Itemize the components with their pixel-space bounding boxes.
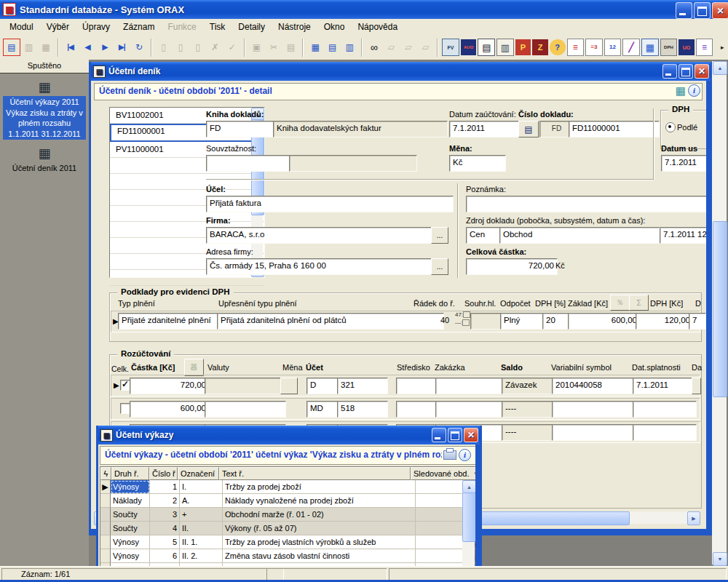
zdroj-datum-field[interactable]: 7.1.2011 12 [660, 227, 706, 244]
menu-upravy[interactable]: Úpravy [76, 20, 116, 35]
cut-icon[interactable]: ✂ [266, 39, 282, 55]
previous-record-icon[interactable]: ◀ [79, 39, 95, 55]
reports-window-titlebar[interactable]: ▦ Účetní výkazy [98, 426, 480, 445]
menu-modul[interactable]: Modul [3, 20, 40, 35]
auto-operations-icon[interactable]: AUO [461, 39, 477, 55]
zdroj-subsystem-field[interactable]: Obchod [499, 227, 660, 244]
cell-oznaceni[interactable]: II. 2. [180, 549, 223, 563]
report-row[interactable]: Výnosy6II. 2.Změna stavu zásob vlastní č… [100, 549, 475, 563]
md-d-field[interactable]: D [306, 378, 339, 394]
tile-horizontal-icon[interactable]: ▤ [325, 39, 341, 55]
stredisko-field[interactable] [396, 378, 440, 394]
reports-close-button[interactable] [464, 428, 478, 442]
app-close-button[interactable] [712, 2, 728, 19]
ucet-field[interactable]: 518 [337, 401, 388, 418]
search-next-icon[interactable]: ▱ [384, 39, 400, 55]
sidebar-item-ucetni-vykazy[interactable]: ▦Účetní výkazy 2011 Výkaz zisku a ztráty… [0, 81, 89, 140]
column-header-cislo[interactable]: Číslo ř [149, 467, 178, 480]
print-icon[interactable] [443, 450, 456, 460]
adresa-lookup-button[interactable]: ... [431, 258, 448, 275]
scrollbar-thumb[interactable] [713, 221, 727, 397]
book-icon[interactable]: ▤ [518, 121, 539, 137]
export-grid-icon[interactable]: ▦ [38, 39, 54, 55]
md-d-field[interactable]: MD [306, 401, 339, 418]
calc-base-icon[interactable]: ％ [610, 295, 630, 311]
tile-vertical-icon[interactable]: ▥ [341, 39, 357, 55]
souvztaznost-field[interactable] [206, 155, 290, 172]
castka-field[interactable]: 720,00 [130, 378, 210, 394]
search-icon[interactable]: ∞ [366, 39, 382, 55]
mena-field[interactable]: Kč [449, 155, 506, 172]
cell-cislo[interactable]: 6 [150, 549, 180, 563]
cell-text[interactable]: Tržby za prodej vlastních výrobků a služ… [223, 535, 416, 549]
celkova-castka-field[interactable]: 720,00 [466, 258, 558, 275]
post-record-icon[interactable]: ✓ [224, 39, 240, 55]
cell-cislo[interactable]: 3 [150, 508, 180, 522]
menu-detaily[interactable]: Detaily [232, 20, 272, 35]
sidebar-item-ucetni-denik[interactable]: ▦Účetní deník 2011 [0, 147, 89, 175]
menu-okno[interactable]: Okno [317, 20, 352, 35]
journal-minimize-button[interactable] [662, 64, 677, 79]
print-icon[interactable]: ▤ [4, 39, 20, 55]
upresneni-field[interactable]: Přijatá zdanitelná plnění od plátců [217, 313, 444, 330]
scroll-up-icon[interactable]: ▲ [713, 61, 727, 75]
toolbar-overflow-icon[interactable]: ▸ [714, 39, 728, 55]
uo-icon[interactable]: UO [678, 39, 695, 55]
journal-icon[interactable]: ▤ [478, 39, 495, 56]
journal-close-button[interactable] [695, 64, 709, 79]
report-row[interactable]: ▶Výnosy1I.Tržby za prodej zboží0,00 [100, 480, 475, 494]
menu-nastroje[interactable]: Nástroje [272, 20, 317, 35]
paste-icon[interactable]: ▤ [283, 39, 299, 55]
payments-icon[interactable]: P [515, 39, 531, 55]
dph-kc-field[interactable]: 120,00 [636, 313, 694, 330]
column-header-oznaceni[interactable]: Označení [178, 467, 219, 480]
variabilni-symbol-field[interactable] [552, 401, 638, 418]
column-header-sledovane[interactable]: Sledované obd. [411, 467, 475, 480]
cell-oznaceni[interactable]: I. [180, 480, 223, 494]
table-grid-icon[interactable]: ▦ [641, 39, 659, 56]
column-header-druh[interactable]: Druh ř. [111, 467, 149, 480]
cell-text[interactable]: Výkony (ř. 05 až 07) [223, 522, 416, 535]
reports-minimize-button[interactable] [432, 428, 446, 442]
cell-cislo[interactable]: 5 [150, 535, 180, 549]
duplicate-record-icon[interactable]: ▯ [190, 39, 206, 55]
cell-druh[interactable]: Výnosy [111, 535, 150, 549]
app-minimize-button[interactable] [676, 2, 692, 19]
cell-druh[interactable]: Výnosy [111, 480, 150, 494]
kniha-code-field[interactable]: FD [206, 121, 277, 137]
document-search-icon[interactable]: ▥ [496, 39, 514, 56]
next-record-icon[interactable]: ▶ [97, 39, 113, 55]
list-detail-icon[interactable]: ≡ [567, 39, 585, 56]
variabilni-symbol-field[interactable]: 2010440058 [552, 378, 638, 394]
mdi-vscrollbar[interactable]: ▲ ▼ [712, 61, 727, 565]
column-header-text[interactable]: Text ř. [219, 467, 411, 480]
saldo-field[interactable]: ---- [502, 401, 556, 418]
datum-zauctovani-field[interactable]: 7.1.2011 [449, 121, 521, 137]
report-row[interactable]: Součty4II.Výkony (ř. 05 až 07)0,00 [100, 522, 475, 535]
saldo-field[interactable]: Závazek [502, 378, 556, 394]
dat-splatnosti-field[interactable]: 7.1.2011 [633, 378, 697, 394]
cell-oznaceni[interactable]: II. [180, 522, 223, 535]
cascade-windows-icon[interactable]: ▦ [307, 39, 323, 55]
list-numbered-icon[interactable]: ≡3 [585, 39, 603, 56]
scroll-up-icon[interactable]: ▲ [462, 480, 475, 493]
valuty-field[interactable] [205, 401, 286, 418]
search-all-icon[interactable]: ▱ [418, 39, 434, 55]
reports-maximize-button[interactable] [448, 428, 462, 442]
menu-napoveda[interactable]: Nápověda [351, 20, 404, 35]
dph-icon[interactable]: DPH [660, 39, 678, 56]
valuty-field[interactable] [205, 378, 286, 394]
journal-window-titlebar[interactable]: ▤ Účetní deník [91, 62, 711, 81]
zakazka-field[interactable] [435, 378, 507, 394]
cell-text[interactable]: Obchodní marže (ř. 01 - 02) [223, 508, 416, 522]
received-invoices-icon[interactable]: FV [442, 39, 459, 56]
search-filter-icon[interactable]: ▱ [400, 39, 416, 55]
firma-lookup-button[interactable]: ... [431, 227, 448, 244]
cell-text[interactable]: Změna stavu zásob vlastní činnosti [223, 549, 416, 563]
datum-us-field[interactable]: 7.1.2011 [661, 155, 706, 172]
rozuctovani-row[interactable]: 600,00MD518---- [111, 398, 700, 420]
zdroj-pobocka-field[interactable]: Cen [466, 227, 502, 244]
valuty-button[interactable] [280, 378, 298, 394]
cell-druh[interactable]: Výnosy [111, 549, 150, 563]
graph-icon[interactable]: ╱ [622, 39, 640, 56]
